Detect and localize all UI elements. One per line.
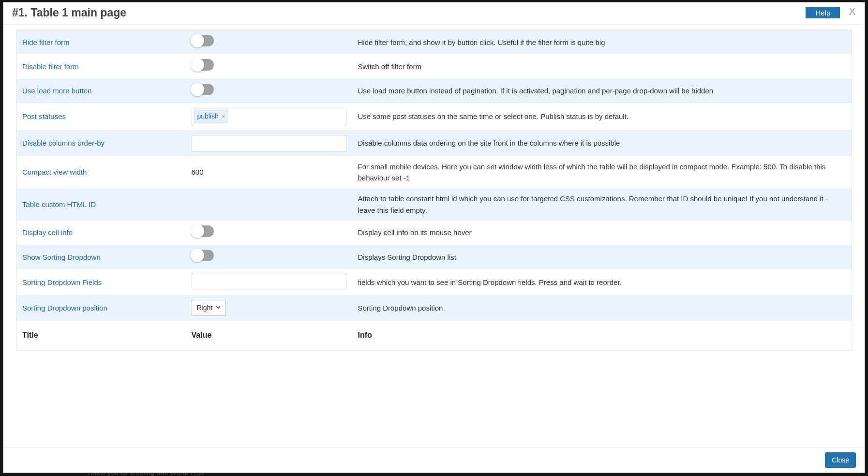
display-cell-info-value-cell <box>186 221 352 245</box>
post-statuses-title-cell: Post statuses <box>16 103 186 130</box>
show-sorting-dropdown-label-link[interactable]: Show Sorting Dropdown <box>22 253 101 261</box>
show-sorting-dropdown-title-cell: Show Sorting Dropdown <box>16 245 186 269</box>
table-custom-html-id-info: Attach to table constant html id which y… <box>352 188 852 221</box>
display-cell-info-toggle[interactable] <box>192 225 214 237</box>
display-cell-info-label-link[interactable]: Display cell info <box>22 228 73 237</box>
modal-footer: Close <box>3 447 865 473</box>
disable-filter-form-label-link[interactable]: Disable filter form <box>22 62 79 71</box>
show-sorting-dropdown-toggle[interactable] <box>192 250 214 261</box>
chevron-down-icon <box>215 303 221 313</box>
disable-filter-form-value-cell <box>186 54 352 78</box>
hide-filter-form-value-cell <box>186 30 352 55</box>
settings-table: Hide filter formHide filter form, and sh… <box>16 30 852 351</box>
settings-row: Use load more buttonUse load more button… <box>16 79 852 103</box>
post-statuses-tag: publish× <box>194 110 229 123</box>
close-icon[interactable]: X <box>849 6 856 17</box>
settings-row: Sorting Dropdown Fieldsfields which you … <box>16 269 852 295</box>
post-statuses-label-link[interactable]: Post statuses <box>22 112 66 120</box>
settings-row: Disable columns order-byDisable columns … <box>16 130 852 156</box>
sorting-dropdown-position-info: Sorting Dropdown position. <box>352 295 852 321</box>
sorting-dropdown-fields-title-cell: Sorting Dropdown Fields <box>16 269 186 295</box>
sorting-dropdown-position-title-cell: Sorting Dropdown position <box>16 295 186 321</box>
sorting-dropdown-fields-input[interactable] <box>192 274 346 290</box>
close-button[interactable]: Close <box>825 452 856 468</box>
show-sorting-dropdown-info: Displays Sorting Dropdown list <box>352 245 852 269</box>
tag-remove-icon[interactable]: × <box>222 112 225 121</box>
sorting-dropdown-position-select[interactable]: Right <box>192 300 226 316</box>
column-header-value: Value <box>186 321 352 350</box>
settings-row: Table custom HTML IDAttach to table cons… <box>16 188 852 221</box>
compact-view-width-value: 600 <box>192 168 204 176</box>
table-custom-html-id-label-link[interactable]: Table custom HTML ID <box>22 200 96 208</box>
display-cell-info-title-cell: Display cell info <box>16 221 186 245</box>
disable-columns-order-by-title-cell: Disable columns order-by <box>16 130 186 156</box>
hide-filter-form-toggle[interactable] <box>192 35 214 46</box>
table-custom-html-id-value-cell <box>186 188 352 221</box>
use-load-more-button-title-cell: Use load more button <box>16 79 186 103</box>
tag-label: publish <box>197 111 219 122</box>
table-custom-html-id-title-cell: Table custom HTML ID <box>16 188 186 221</box>
hide-filter-form-label-link[interactable]: Hide filter form <box>22 38 70 46</box>
sorting-dropdown-fields-value-cell <box>186 269 352 295</box>
show-sorting-dropdown-value-cell <box>186 245 352 269</box>
post-statuses-info: Use some post statuses on the same time … <box>352 103 852 130</box>
disable-filter-form-title-cell: Disable filter form <box>16 54 186 78</box>
settings-row: Sorting Dropdown positionRightSorting Dr… <box>16 295 852 321</box>
settings-row: Hide filter formHide filter form, and sh… <box>16 30 852 55</box>
sorting-dropdown-fields-label-link[interactable]: Sorting Dropdown Fields <box>22 278 102 286</box>
sorting-dropdown-position-label-link[interactable]: Sorting Dropdown position <box>22 304 107 312</box>
modal-header-right: Help X <box>806 7 856 18</box>
column-header-title: Title <box>16 321 186 350</box>
use-load-more-button-info: Use load more button instead of paginati… <box>352 79 852 103</box>
modal-title: #1. Table 1 main page <box>12 6 126 19</box>
disable-filter-form-toggle[interactable] <box>192 59 214 71</box>
settings-row: Show Sorting DropdownDisplays Sorting Dr… <box>16 245 852 269</box>
compact-view-width-label-link[interactable]: Compact view width <box>22 168 87 176</box>
sorting-dropdown-fields-info: fields which you want to see in Sorting … <box>352 269 852 295</box>
disable-columns-order-by-value-cell <box>186 130 352 156</box>
disable-columns-order-by-input[interactable] <box>192 135 346 151</box>
settings-row: Display cell infoDisplay cell info on it… <box>16 221 852 245</box>
help-button[interactable]: Help <box>806 7 840 18</box>
post-statuses-tag-input[interactable]: publish× <box>192 108 346 125</box>
use-load-more-button-toggle[interactable] <box>192 84 214 95</box>
post-statuses-value-cell: publish× <box>186 103 352 130</box>
settings-row: Disable filter formSwitch off filter for… <box>16 54 852 78</box>
disable-filter-form-info: Switch off filter form <box>352 54 852 78</box>
disable-columns-order-by-info: Disable columns data ordering on the sit… <box>352 130 852 156</box>
use-load-more-button-label-link[interactable]: Use load more button <box>22 87 91 95</box>
settings-row: Post statusespublish×Use some post statu… <box>16 103 852 130</box>
column-header-info: Info <box>352 321 852 350</box>
compact-view-width-title-cell: Compact view width <box>16 156 186 189</box>
column-header-row: TitleValueInfo <box>16 321 852 350</box>
compact-view-width-info: For small mobile devices. Here you can s… <box>352 156 852 189</box>
modal-body[interactable]: Hide filter formHide filter form, and sh… <box>3 25 865 447</box>
hide-filter-form-info: Hide filter form, and show it by button … <box>352 30 852 55</box>
sorting-dropdown-position-value-cell: Right <box>186 295 352 321</box>
compact-view-width-value-cell: 600 <box>186 156 352 189</box>
display-cell-info-info: Display cell info on its mouse hover <box>352 221 852 245</box>
settings-row: Compact view width600For small mobile de… <box>16 156 852 189</box>
modal-header: #1. Table 1 main page Help X <box>3 2 865 25</box>
disable-columns-order-by-label-link[interactable]: Disable columns order-by <box>22 139 105 147</box>
use-load-more-button-value-cell <box>186 79 352 103</box>
select-value: Right <box>197 303 213 313</box>
settings-modal: #1. Table 1 main page Help X Hide filter… <box>3 2 865 473</box>
hide-filter-form-title-cell: Hide filter form <box>16 30 186 55</box>
